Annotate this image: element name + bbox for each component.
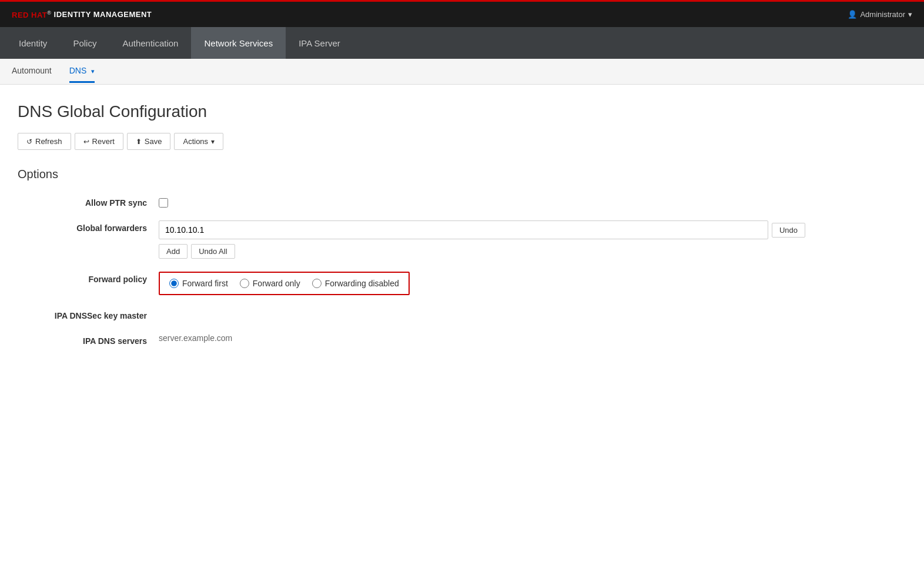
save-icon: ⬆	[136, 138, 142, 146]
forwarders-action-buttons: Add Undo All	[159, 244, 805, 259]
label-global-forwarders: Global forwarders	[18, 220, 147, 233]
field-forward-policy: Forward policy Forward first Forward onl…	[18, 272, 805, 295]
sub-nav: Automount DNS ▾	[0, 59, 924, 85]
subnav-dns[interactable]: DNS ▾	[69, 60, 95, 83]
label-forward-policy: Forward policy	[18, 272, 147, 284]
nav-item-policy[interactable]: Policy	[60, 27, 109, 59]
top-bar: RED HAT® IDENTITY MANAGEMENT 👤 Administr…	[0, 0, 924, 27]
field-global-forwarders: Global forwarders Undo Add Undo All	[18, 220, 805, 259]
brand: RED HAT® IDENTITY MANAGEMENT	[12, 9, 152, 19]
radio-forward-first[interactable]	[169, 279, 179, 288]
page-title: DNS Global Configuration	[18, 102, 805, 121]
toolbar: ↺ Refresh ↩ Revert ⬆ Save Actions ▾	[18, 133, 805, 150]
user-dropdown-icon: ▾	[908, 10, 912, 19]
global-forwarders-control: Undo Add Undo All	[159, 220, 805, 259]
label-allow-ptr-sync: Allow PTR sync	[18, 195, 147, 208]
page-content: DNS Global Configuration ↺ Refresh ↩ Rev…	[0, 85, 823, 376]
form-section-options: Allow PTR sync Global forwarders Undo Ad…	[18, 195, 805, 346]
ipa-dns-servers-value: server.example.com	[159, 333, 805, 343]
dns-dropdown-icon: ▾	[91, 68, 95, 75]
revert-button[interactable]: ↩ Revert	[75, 133, 123, 150]
ipa-dns-servers-text: server.example.com	[159, 330, 232, 343]
forwarders-add-button[interactable]: Add	[159, 244, 188, 259]
checkbox-wrap-allow-ptr-sync	[159, 195, 805, 208]
brand-text: RED HAT® IDENTITY MANAGEMENT	[12, 9, 152, 19]
label-ipa-dns-servers: IPA DNS servers	[18, 333, 147, 346]
nav-item-ipa-server[interactable]: IPA Server	[286, 27, 353, 59]
refresh-icon: ↺	[26, 138, 32, 146]
global-forwarders-undo-button[interactable]: Undo	[772, 223, 805, 238]
field-ipa-dnssec-key-master: IPA DNSSec key master	[18, 308, 805, 320]
options-section-title: Options	[18, 168, 805, 181]
forward-policy-radio-group: Forward first Forward only Forwarding di…	[159, 272, 410, 295]
forwarders-undo-all-button[interactable]: Undo All	[191, 244, 235, 259]
user-icon: 👤	[848, 10, 857, 19]
radio-option-forward-only[interactable]: Forward only	[240, 279, 300, 288]
save-button[interactable]: ⬆ Save	[127, 133, 171, 150]
revert-icon: ↩	[83, 138, 89, 146]
nav-item-network-services[interactable]: Network Services	[191, 27, 286, 59]
subnav-automount[interactable]: Automount	[12, 60, 52, 83]
radio-option-forward-first[interactable]: Forward first	[169, 279, 228, 288]
global-forwarders-input-row: Undo	[159, 220, 805, 239]
allow-ptr-sync-checkbox[interactable]	[159, 198, 168, 208]
forward-policy-control: Forward first Forward only Forwarding di…	[159, 272, 805, 295]
radio-forwarding-disabled[interactable]	[312, 279, 322, 288]
username-label: Administrator	[860, 10, 905, 19]
nav-item-identity[interactable]: Identity	[6, 27, 60, 59]
field-allow-ptr-sync: Allow PTR sync	[18, 195, 805, 208]
radio-forward-only[interactable]	[240, 279, 249, 288]
field-ipa-dns-servers: IPA DNS servers server.example.com	[18, 333, 805, 346]
actions-button[interactable]: Actions ▾	[174, 133, 223, 150]
main-nav: Identity Policy Authentication Network S…	[0, 27, 924, 59]
radio-option-forwarding-disabled[interactable]: Forwarding disabled	[312, 279, 399, 288]
actions-dropdown-icon: ▾	[211, 138, 215, 146]
label-ipa-dnssec-key-master: IPA DNSSec key master	[18, 308, 147, 320]
user-menu[interactable]: 👤 Administrator ▾	[848, 10, 912, 19]
refresh-button[interactable]: ↺ Refresh	[18, 133, 71, 150]
global-forwarders-input[interactable]	[159, 220, 768, 239]
nav-item-authentication[interactable]: Authentication	[109, 27, 191, 59]
